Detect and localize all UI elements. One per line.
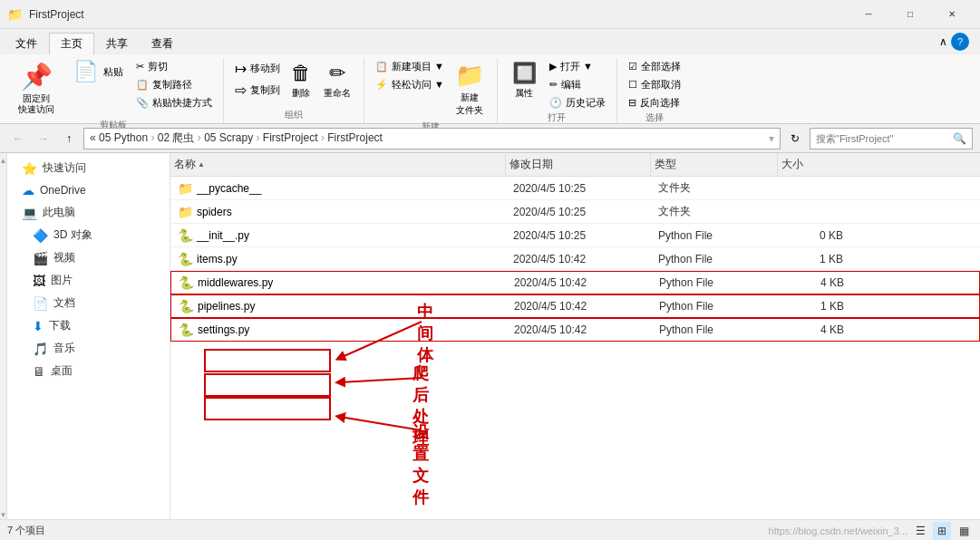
file-type: Python File xyxy=(652,276,779,289)
search-input[interactable] xyxy=(816,133,949,144)
sidebar-label-downloads: 下载 xyxy=(49,318,71,333)
view-detail-button[interactable]: ⊞ xyxy=(933,522,951,540)
properties-button[interactable]: 🔲 属性 xyxy=(505,58,544,103)
pin-button[interactable]: 📌 固定到快速访问 xyxy=(11,58,62,119)
computer-icon: 💻 xyxy=(22,206,37,220)
title-bar: 📁 FirstProject ─ □ ✕ xyxy=(0,0,980,29)
ribbon: 文件 主页 共享 查看 ∧ ? 📌 固定到快速访问 xyxy=(0,29,980,124)
paste-label: 粘贴 xyxy=(103,65,123,79)
sidebar-item-documents[interactable]: 📄 文档 xyxy=(7,292,170,314)
file-size: 1 KB xyxy=(779,300,851,313)
page-wrapper: 📁 FirstProject ─ □ ✕ 文件 主页 共享 查看 ∧ ? xyxy=(0,0,980,540)
sidebar-scroll[interactable]: ▲ ▼ xyxy=(0,153,7,519)
table-row[interactable]: 🐍 settings.py 2020/4/5 10:42 Python File… xyxy=(170,318,980,342)
paste-button[interactable]: 📄 粘贴 xyxy=(70,58,127,85)
copy-path-icon: 📋 xyxy=(136,79,149,91)
col-header-name[interactable]: 名称 ▲ xyxy=(170,153,506,176)
address-path[interactable]: « 05 Python › 02 爬虫 › 05 Scrapy › FirstP… xyxy=(83,128,781,149)
table-row[interactable]: 📁 spiders 2020/4/5 10:25 文件夹 xyxy=(170,200,980,224)
open-button[interactable]: ▶ 打开 ▼ xyxy=(546,58,609,75)
easy-access-button[interactable]: ⚡ 轻松访问 ▼ xyxy=(372,76,448,93)
tab-share[interactable]: 共享 xyxy=(94,33,140,54)
sort-arrow: ▲ xyxy=(198,160,205,169)
tab-view[interactable]: 查看 xyxy=(140,33,185,54)
view-tile-button[interactable]: ▦ xyxy=(955,522,973,540)
new-item-icon: 📋 xyxy=(375,61,388,72)
paste-shortcut-button[interactable]: 📎 粘贴快捷方式 xyxy=(132,94,216,111)
music-icon: 🎵 xyxy=(33,342,48,356)
help-icon[interactable]: ? xyxy=(951,33,969,51)
cloud-icon: ☁ xyxy=(22,183,34,198)
edit-button[interactable]: ✏ 编辑 xyxy=(546,76,609,93)
new-item-button[interactable]: 📋 新建项目 ▼ xyxy=(372,58,448,75)
star-icon: ⭐ xyxy=(22,161,37,176)
file-date: 2020/4/5 10:25 xyxy=(506,206,651,218)
move-to-button[interactable]: ↦ 移动到 xyxy=(231,58,284,79)
sidebar-label-music: 音乐 xyxy=(53,341,75,356)
copy-to-button[interactable]: ⇨ 复制到 xyxy=(231,80,284,101)
select-items: ☑ 全部选择 ☐ 全部取消 ⊟ 反向选择 xyxy=(625,58,684,111)
rename-icon: ✏ xyxy=(329,62,345,85)
invert-select-button[interactable]: ⊟ 反向选择 xyxy=(625,94,684,111)
table-row[interactable]: 🐍 __init__.py 2020/4/5 10:25 Python File… xyxy=(170,224,980,247)
ribbon-content: 📌 固定到快速访问 📄 粘贴 ✂ 剪切 xyxy=(0,54,980,123)
file-size: 4 KB xyxy=(779,323,851,336)
col-header-type[interactable]: 类型 xyxy=(651,153,778,176)
select-all-button[interactable]: ☑ 全部选择 xyxy=(625,58,684,75)
deselect-all-button[interactable]: ☐ 全部取消 xyxy=(625,76,684,93)
table-row[interactable]: 🐍 items.py 2020/4/5 10:42 Python File 1 … xyxy=(170,247,980,271)
file-type: Python File xyxy=(651,253,778,265)
sidebar-item-pictures[interactable]: 🖼 图片 xyxy=(7,269,170,292)
table-row[interactable]: 📁 __pycache__ 2020/4/5 10:25 文件夹 xyxy=(170,177,980,200)
sidebar-item-downloads[interactable]: ⬇ 下载 xyxy=(7,314,170,337)
search-box[interactable]: 🔍 xyxy=(810,128,973,149)
file-date: 2020/4/5 10:25 xyxy=(506,182,651,195)
maximize-button[interactable]: □ xyxy=(889,0,931,29)
sidebar-item-quickaccess[interactable]: ⭐ 快速访问 xyxy=(7,157,170,179)
sidebar-item-thispc[interactable]: 💻 此电脑 xyxy=(7,201,170,224)
table-row[interactable]: 🐍 middlewares.py 2020/4/5 10:42 Python F… xyxy=(170,271,980,294)
del-rename-col: 🗑 删除 xyxy=(286,58,316,103)
file-type: Python File xyxy=(651,229,778,242)
file-name: __init__.py xyxy=(197,229,249,242)
delete-button[interactable]: 🗑 删除 xyxy=(286,58,316,103)
file-date: 2020/4/5 10:25 xyxy=(506,229,651,242)
sidebar-label-pictures: 图片 xyxy=(51,273,73,288)
history-button[interactable]: 🕐 历史记录 xyxy=(546,94,609,111)
col-header-size[interactable]: 大小 xyxy=(778,153,850,176)
sidebar: ⭐ 快速访问 ☁ OneDrive 💻 此电脑 🔷 3D 对象 🎬 视频 🖼 xyxy=(7,153,170,519)
sidebar-item-desktop[interactable]: 🖥 桌面 xyxy=(7,360,170,382)
cut-button[interactable]: ✂ 剪切 xyxy=(132,58,216,75)
file-name: __pycache__ xyxy=(197,182,261,195)
path-dropdown-icon[interactable]: ▾ xyxy=(769,132,774,145)
file-name: settings.py xyxy=(198,323,249,336)
scroll-down-arrow[interactable]: ▼ xyxy=(0,511,6,519)
file-name: items.py xyxy=(197,253,238,265)
sidebar-item-3d[interactable]: 🔷 3D 对象 xyxy=(7,224,170,246)
refresh-button[interactable]: ↻ xyxy=(784,128,806,149)
back-button[interactable]: ← xyxy=(7,128,29,149)
table-row[interactable]: 🐍 pipelines.py 2020/4/5 10:42 Python Fil… xyxy=(170,294,980,318)
easy-access-icon: ⚡ xyxy=(375,79,388,91)
up-button[interactable]: ↑ xyxy=(58,128,80,149)
downloads-icon: ⬇ xyxy=(33,319,44,333)
new-folder-button[interactable]: 📁 新建文件夹 xyxy=(450,58,490,121)
copy-path-button[interactable]: 📋 复制路径 xyxy=(132,76,216,93)
sidebar-item-onedrive[interactable]: ☁ OneDrive xyxy=(7,179,170,201)
close-button[interactable]: ✕ xyxy=(931,0,973,29)
title-bar-icons: 📁 xyxy=(7,7,22,22)
file-type: 文件夹 xyxy=(651,180,778,196)
view-list-button[interactable]: ☰ xyxy=(911,522,929,540)
minimize-button[interactable]: ─ xyxy=(848,0,889,29)
sidebar-item-music[interactable]: 🎵 音乐 xyxy=(7,337,170,360)
tab-home[interactable]: 主页 xyxy=(49,33,94,55)
col-header-date[interactable]: 修改日期 xyxy=(506,153,651,176)
file-date: 2020/4/5 10:42 xyxy=(507,300,652,313)
forward-button[interactable]: → xyxy=(33,128,54,149)
window-title: FirstProject xyxy=(29,8,848,21)
sidebar-item-video[interactable]: 🎬 视频 xyxy=(7,246,170,269)
scroll-up-arrow[interactable]: ▲ xyxy=(0,157,6,165)
tab-file[interactable]: 文件 xyxy=(4,33,49,54)
rename-button[interactable]: ✏ 重命名 xyxy=(318,58,356,103)
ribbon-collapse-icon[interactable]: ∧ xyxy=(939,35,947,48)
